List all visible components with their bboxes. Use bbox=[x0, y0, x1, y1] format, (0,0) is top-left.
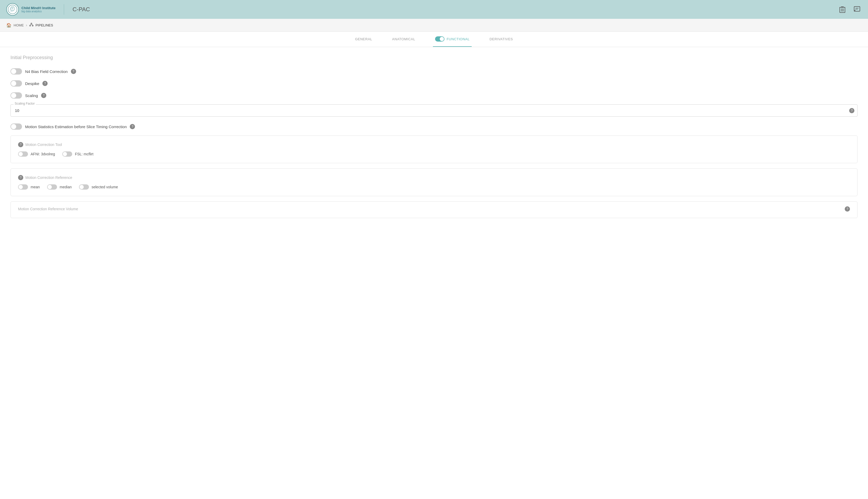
mean-toggle[interactable] bbox=[18, 184, 28, 190]
logo-circle bbox=[6, 3, 19, 16]
fsl-label: FSL: mcflirt bbox=[75, 152, 93, 156]
motion-correction-reference-title: Motion Correction Reference bbox=[25, 175, 72, 180]
breadcrumb: 🏠 HOME › PIPELINES bbox=[0, 19, 868, 32]
scaling-factor-group: Scaling Factor ? bbox=[11, 104, 857, 117]
scaling-toggle[interactable] bbox=[11, 92, 22, 99]
despike-toggle[interactable] bbox=[11, 80, 22, 87]
mean-toggle-item: mean bbox=[18, 184, 40, 190]
motion-ref-volume-label: Motion Correction Reference Volume bbox=[18, 207, 78, 211]
motion-correction-tool-title-row: ? Motion Correction Tool bbox=[18, 142, 850, 147]
scaling-factor-help-icon[interactable]: ? bbox=[849, 108, 854, 113]
motion-correction-tool-title: Motion Correction Tool bbox=[25, 143, 62, 147]
scaling-factor-label: Scaling Factor bbox=[14, 102, 36, 106]
svg-point-14 bbox=[32, 25, 33, 26]
n4-bias-label: N4 Bias Field Correction bbox=[25, 69, 68, 74]
motion-stats-help-icon[interactable]: ? bbox=[130, 124, 135, 129]
selected-volume-toggle-item: selected volume bbox=[79, 184, 118, 190]
app-header: Child Mind® Institute big data analytics… bbox=[0, 0, 868, 19]
header-left: Child Mind® Institute big data analytics… bbox=[6, 3, 90, 16]
selected-volume-toggle[interactable] bbox=[79, 184, 89, 190]
delete-button[interactable] bbox=[837, 5, 847, 14]
motion-reference-options: mean median selected volume bbox=[18, 184, 850, 190]
app-name: C-PAC bbox=[72, 6, 90, 13]
scaling-help-icon[interactable]: ? bbox=[41, 93, 46, 98]
home-icon: 🏠 bbox=[6, 23, 12, 28]
n4-bias-help-icon[interactable]: ? bbox=[71, 69, 76, 74]
tab-functional-label: FUNCTIONAL bbox=[447, 37, 470, 41]
mean-label: mean bbox=[31, 185, 40, 189]
median-toggle[interactable] bbox=[47, 184, 57, 190]
afni-toggle-item: AFNI: 3dvolreg bbox=[18, 151, 55, 157]
motion-tool-help-icon[interactable]: ? bbox=[18, 142, 23, 147]
logo-text: Child Mind® Institute big data analytics bbox=[22, 6, 56, 13]
scaling-label: Scaling bbox=[25, 93, 38, 98]
motion-stats-label: Motion Statistics Estimation before Slic… bbox=[25, 124, 126, 129]
despike-help-icon[interactable]: ? bbox=[43, 81, 48, 86]
comment-button[interactable] bbox=[852, 5, 862, 14]
tab-functional[interactable]: FUNCTIONAL bbox=[433, 32, 472, 47]
tab-derivatives-label: DERIVATIVES bbox=[490, 37, 513, 41]
n4-bias-toggle[interactable] bbox=[11, 68, 22, 74]
afni-label: AFNI: 3dvolreg bbox=[31, 152, 55, 156]
logo-title: Child Mind® Institute bbox=[22, 6, 56, 10]
despike-label: Despike bbox=[25, 81, 39, 86]
motion-correction-reference-box: ? Motion Correction Reference mean media… bbox=[11, 168, 857, 196]
motion-ref-volume-box: Motion Correction Reference Volume? bbox=[11, 202, 857, 218]
main-content: Initial Preprocessing N4 Bias Field Corr… bbox=[0, 47, 868, 499]
median-label: median bbox=[60, 185, 72, 189]
logo-area: Child Mind® Institute big data analytics bbox=[6, 3, 56, 16]
svg-line-15 bbox=[30, 24, 32, 25]
section-title: Initial Preprocessing bbox=[11, 55, 857, 60]
functional-tab-toggle[interactable] bbox=[435, 36, 445, 41]
motion-stats-toggle[interactable] bbox=[11, 123, 22, 130]
motion-ref-volume-help-icon[interactable]: ? bbox=[845, 206, 850, 211]
logo-subtitle: big data analytics bbox=[22, 10, 56, 13]
scaling-factor-help-circle[interactable]: ? bbox=[849, 108, 854, 113]
pipelines-icon bbox=[29, 23, 34, 28]
despike-row: Despike ? bbox=[11, 80, 857, 87]
afni-toggle[interactable] bbox=[18, 151, 28, 157]
header-actions bbox=[837, 5, 862, 14]
motion-ref-help-icon[interactable]: ? bbox=[18, 175, 23, 180]
tabs-bar: GENERAL ANATOMICAL FUNCTIONAL DERIVATIVE… bbox=[0, 32, 868, 47]
tab-anatomical[interactable]: ANATOMICAL bbox=[390, 32, 417, 47]
fsl-toggle[interactable] bbox=[62, 151, 72, 157]
breadcrumb-separator: › bbox=[26, 23, 27, 27]
tab-general-label: GENERAL bbox=[355, 37, 372, 41]
median-toggle-item: median bbox=[47, 184, 72, 190]
svg-point-13 bbox=[29, 25, 31, 26]
svg-point-3 bbox=[12, 7, 13, 9]
n4-bias-row: N4 Bias Field Correction ? bbox=[11, 68, 857, 74]
motion-tool-options: AFNI: 3dvolreg FSL: mcflirt bbox=[18, 151, 850, 157]
motion-correction-tool-box: ? Motion Correction Tool AFNI: 3dvolreg … bbox=[11, 135, 857, 163]
svg-point-12 bbox=[31, 23, 32, 24]
motion-ref-volume-group: Motion Correction Reference Volume? bbox=[18, 206, 850, 211]
breadcrumb-home[interactable]: HOME bbox=[14, 23, 24, 27]
header-divider bbox=[64, 4, 64, 15]
scaling-factor-input[interactable] bbox=[11, 104, 857, 117]
motion-reference-title-row: ? Motion Correction Reference bbox=[18, 175, 850, 180]
tab-general[interactable]: GENERAL bbox=[353, 32, 374, 47]
breadcrumb-pipelines[interactable]: PIPELINES bbox=[36, 23, 53, 27]
fsl-toggle-item: FSL: mcflirt bbox=[62, 151, 93, 157]
scaling-row: Scaling ? bbox=[11, 92, 857, 99]
tab-derivatives[interactable]: DERIVATIVES bbox=[487, 32, 515, 47]
motion-stats-row: Motion Statistics Estimation before Slic… bbox=[11, 123, 857, 130]
selected-volume-label: selected volume bbox=[92, 185, 118, 189]
svg-line-16 bbox=[32, 24, 33, 25]
tab-anatomical-label: ANATOMICAL bbox=[392, 37, 415, 41]
